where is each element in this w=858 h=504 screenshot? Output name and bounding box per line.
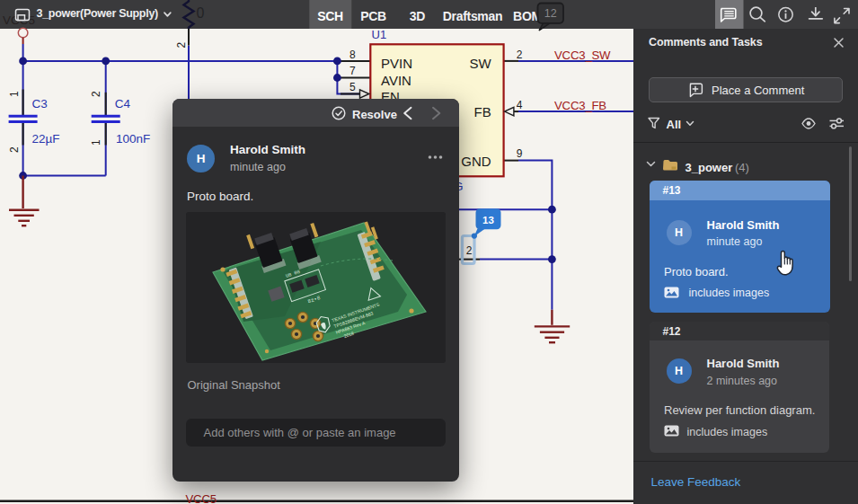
svg-text:7: 7 (349, 65, 356, 77)
svg-text:9: 9 (517, 147, 523, 160)
svg-text:PVIN: PVIN (381, 56, 412, 71)
svg-text:U1: U1 (372, 28, 387, 41)
svg-text:12: 12 (544, 7, 557, 20)
svg-text:2: 2 (90, 91, 102, 97)
svg-text:5: 5 (349, 81, 356, 93)
svg-text:FB: FB (474, 104, 491, 119)
svg-text:100nF: 100nF (116, 132, 150, 146)
svg-text:2: 2 (466, 244, 473, 257)
svg-text:22µF: 22µF (32, 132, 60, 146)
svg-text:SW: SW (470, 56, 492, 71)
svg-text:C4: C4 (115, 97, 131, 111)
svg-text:VCC3_FB: VCC3_FB (554, 99, 606, 112)
svg-text:2: 2 (8, 146, 21, 153)
svg-text:0: 0 (197, 5, 205, 21)
svg-text:GND: GND (461, 154, 491, 169)
svg-text:1: 1 (90, 139, 102, 146)
svg-text:VCC3_SW: VCC3_SW (554, 49, 611, 62)
svg-text:AVIN: AVIN (381, 73, 411, 88)
svg-text:8: 8 (349, 49, 356, 61)
svg-text:1: 1 (8, 91, 21, 97)
svg-text:VCC5: VCC5 (186, 492, 217, 504)
svg-text:13: 13 (482, 215, 494, 225)
svg-text:2: 2 (517, 49, 523, 61)
svg-text:2: 2 (175, 42, 188, 49)
svg-text:C3: C3 (32, 97, 48, 111)
svg-text:4: 4 (517, 99, 523, 111)
